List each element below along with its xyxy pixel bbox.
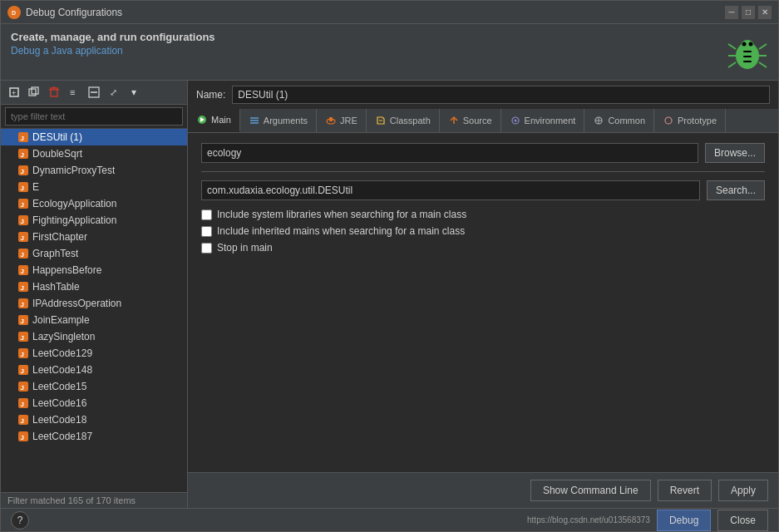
close-window-button[interactable]: ✕ (758, 6, 772, 19)
tree-item[interactable]: JLeetCode187 (1, 428, 187, 445)
include-system-label: Include system libraries when searching … (217, 209, 466, 220)
tree-item-label: LeetCode187 (32, 431, 92, 442)
debug-button[interactable]: Debug (657, 510, 711, 531)
project-row: Browse... (201, 143, 765, 163)
more-button[interactable]: ▾ (125, 83, 143, 101)
tree-item-label: LazySingleton (32, 331, 95, 342)
tree-item-label: FightingApplication (32, 214, 116, 226)
filter-input[interactable]: type filter text (5, 107, 183, 126)
close-button[interactable]: Close (717, 510, 768, 531)
svg-text:J: J (21, 417, 24, 425)
tab-jre[interactable]: JRE (317, 109, 367, 132)
svg-text:J: J (21, 384, 24, 392)
svg-text:J: J (21, 351, 24, 358)
svg-text:J: J (21, 284, 24, 292)
svg-text:J: J (21, 201, 24, 209)
tree-item[interactable]: JDESUtil (1) (1, 129, 187, 145)
name-input[interactable] (232, 86, 770, 104)
tree-item[interactable]: JHashTable (1, 278, 187, 295)
tree-item[interactable]: JFirstChapter (1, 229, 187, 245)
tree-item[interactable]: JGraphTest (1, 245, 187, 262)
tab-common[interactable]: Common (584, 109, 654, 132)
tree-item[interactable]: JFightingApplication (1, 212, 187, 229)
java-config-icon: J (17, 364, 29, 376)
project-input[interactable] (201, 143, 698, 163)
tree-item-label: GraphTest (32, 248, 78, 259)
tree-item[interactable]: JLeetCode18 (1, 411, 187, 428)
tab-source[interactable]: Source (440, 109, 501, 132)
footer-bar: ? https://blog.csdn.net/u013568373 Debug… (1, 508, 778, 531)
stop-in-main-checkbox[interactable] (201, 243, 212, 254)
tree-item[interactable]: JLeetCode129 (1, 345, 187, 362)
svg-point-5 (749, 42, 753, 47)
tree-item[interactable]: JHappensBefore (1, 262, 187, 278)
right-panel-bottom-bar: Show Command Line Revert Apply (188, 472, 778, 508)
filter-button[interactable]: ≡ (65, 83, 83, 101)
main-tab-label: Main (211, 115, 231, 125)
tab-environment[interactable]: Environment (501, 109, 585, 132)
tree-item[interactable]: JLeetCode15 (1, 378, 187, 395)
help-button[interactable]: ? (11, 511, 29, 530)
java-config-icon: J (17, 264, 29, 276)
checkbox-include-system: Include system libraries when searching … (201, 209, 765, 220)
svg-line-11 (759, 62, 767, 67)
java-config-icon: J (17, 248, 29, 259)
title-bar: D Debug Configurations ─ □ ✕ (1, 1, 778, 24)
maximize-button[interactable]: □ (742, 6, 755, 19)
new-config-button[interactable]: + (5, 83, 23, 101)
revert-button[interactable]: Revert (658, 480, 712, 501)
tree-item[interactable]: JLazySingleton (1, 328, 187, 345)
jre-tab-label: JRE (340, 116, 357, 126)
java-config-icon: J (17, 281, 29, 293)
svg-text:J: J (21, 151, 24, 159)
svg-line-9 (759, 44, 767, 49)
right-panel: Name: MainArgumentsJREClasspathSourceEnv… (188, 81, 778, 508)
duplicate-button[interactable] (25, 83, 43, 101)
java-config-icon: J (17, 148, 29, 160)
tree-item[interactable]: JDynamicProxyTest (1, 162, 187, 179)
tab-classpath[interactable]: Classpath (367, 109, 440, 132)
collapse-button[interactable] (85, 83, 103, 101)
tree-item[interactable]: JDoubleSqrt (1, 145, 187, 162)
tree-item-label: HashTable (32, 281, 80, 293)
browse-button[interactable]: Browse... (705, 143, 765, 163)
source-tab-icon (448, 115, 460, 126)
svg-point-3 (741, 40, 754, 52)
prototype-tab-icon (663, 115, 674, 126)
minimize-button[interactable]: ─ (725, 6, 738, 19)
tree-item[interactable]: JLeetCode148 (1, 362, 187, 378)
expand-button[interactable]: ⤢ (105, 83, 123, 101)
source-tab-label: Source (463, 116, 492, 126)
apply-button[interactable]: Apply (718, 480, 768, 501)
show-command-line-button[interactable]: Show Command Line (530, 480, 651, 501)
search-main-button[interactable]: Search... (707, 180, 765, 200)
tree-item[interactable]: JEcologyApplication (1, 195, 187, 212)
tree-item-label: DynamicProxyTest (32, 165, 115, 176)
svg-text:J: J (21, 234, 24, 242)
tree-item-label: LeetCode129 (32, 347, 92, 359)
svg-text:≡: ≡ (70, 87, 75, 97)
tree-item[interactable]: JIPAddressOperation (1, 295, 187, 312)
header-subtitle[interactable]: Debug a Java application (11, 45, 215, 57)
tab-prototype[interactable]: Prototype (654, 109, 726, 132)
tree-item-label: FirstChapter (32, 231, 87, 243)
jre-tab-icon (325, 115, 337, 126)
include-system-checkbox[interactable] (201, 209, 212, 220)
svg-text:J: J (21, 301, 24, 308)
include-inherited-checkbox[interactable] (201, 226, 212, 237)
tree-item-label: LeetCode15 (32, 381, 86, 392)
delete-button[interactable] (45, 83, 63, 101)
svg-rect-13 (743, 56, 752, 57)
tree-item[interactable]: JLeetCode16 (1, 395, 187, 411)
window-icon: D (7, 6, 21, 19)
tree-item-label: LeetCode16 (32, 397, 86, 409)
tab-main[interactable]: Main (188, 109, 240, 132)
main-class-input[interactable] (201, 180, 700, 200)
tree-item[interactable]: JE (1, 179, 187, 195)
svg-point-4 (742, 42, 747, 47)
svg-text:D: D (12, 10, 16, 16)
arguments-tab-label: Arguments (264, 116, 308, 126)
tab-arguments[interactable]: Arguments (240, 109, 317, 132)
tree-item-label: HappensBefore (32, 264, 101, 276)
tree-item[interactable]: JJoinExample (1, 312, 187, 328)
